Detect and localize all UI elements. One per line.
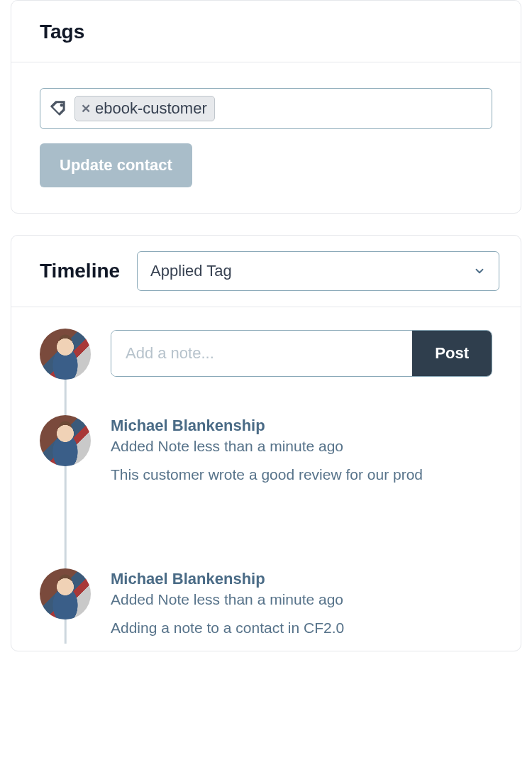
timeline-connector xyxy=(65,466,67,568)
timeline-entry-content: Michael Blankenship Added Note less than… xyxy=(111,568,492,637)
chevron-down-icon xyxy=(473,265,486,277)
timeline-entry-content: Michael Blankenship Added Note less than… xyxy=(111,415,492,483)
tag-chip-label: ebook-customer xyxy=(95,99,207,118)
tag-icon xyxy=(49,99,67,118)
avatar xyxy=(40,415,91,466)
avatar-column xyxy=(40,415,91,466)
timeline-entry: Michael Blankenship Added Note less than… xyxy=(40,415,492,568)
tag-chip[interactable]: ✕ ebook-customer xyxy=(74,96,215,121)
entry-text: This customer wrote a good review for ou… xyxy=(111,466,492,483)
avatar-column xyxy=(40,568,91,619)
timeline-note-row: Post xyxy=(40,329,492,415)
timeline-connector xyxy=(65,380,67,415)
update-contact-button[interactable]: Update contact xyxy=(40,143,192,187)
timeline-title: Timeline xyxy=(40,260,120,282)
timeline-filter-label: Applied Tag xyxy=(150,262,232,280)
entry-author: Michael Blankenship xyxy=(111,570,492,588)
tags-card: Tags ✕ ebook-customer Update contact xyxy=(11,0,521,214)
entry-meta: Added Note less than a minute ago xyxy=(111,591,492,608)
entry-meta: Added Note less than a minute ago xyxy=(111,438,492,455)
entry-text: Adding a note to a contact in CF2.0 xyxy=(111,619,492,637)
timeline-card-body: Post Michael Blankenship Added Note less… xyxy=(11,307,521,651)
avatar xyxy=(40,568,91,619)
timeline-filter-select[interactable]: Applied Tag xyxy=(137,251,499,291)
avatar xyxy=(40,329,91,380)
post-button[interactable]: Post xyxy=(412,331,492,376)
timeline-connector xyxy=(65,619,67,644)
svg-point-0 xyxy=(61,104,63,106)
tag-remove-icon[interactable]: ✕ xyxy=(81,103,91,115)
note-input[interactable] xyxy=(111,331,412,376)
avatar-column xyxy=(40,329,91,380)
timeline-entry: Michael Blankenship Added Note less than… xyxy=(40,568,492,644)
tags-title: Tags xyxy=(40,21,492,43)
tags-card-body: ✕ ebook-customer Update contact xyxy=(11,62,521,213)
timeline-card-header: Timeline Applied Tag xyxy=(11,236,521,307)
note-input-wrap: Post xyxy=(111,329,492,377)
timeline-card: Timeline Applied Tag Post xyxy=(11,235,521,651)
entry-author: Michael Blankenship xyxy=(111,417,492,435)
tags-card-header: Tags xyxy=(11,1,521,62)
tags-input[interactable]: ✕ ebook-customer xyxy=(40,88,492,129)
